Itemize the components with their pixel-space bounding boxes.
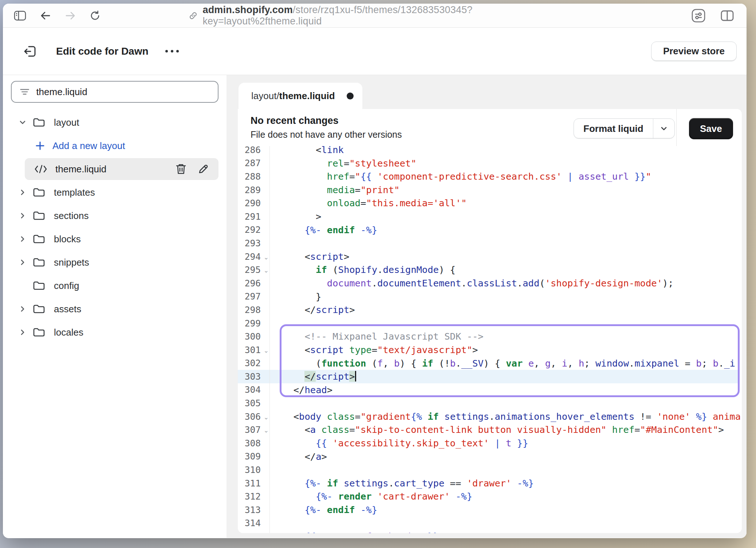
- line-number: 299: [238, 318, 269, 329]
- fold-chevron-icon[interactable]: ⌄: [264, 427, 269, 434]
- format-liquid-chevron-button[interactable]: [653, 119, 674, 138]
- sidebar-item-sections[interactable]: sections: [3, 204, 227, 227]
- line-number: 306⌄: [238, 411, 269, 422]
- sidebar-item-assets[interactable]: assets: [3, 297, 227, 321]
- sidebar-toggle-icon[interactable]: [14, 10, 26, 21]
- browser-window: admin.shopify.com/store/rzq1xu-f5/themes…: [3, 4, 747, 538]
- header-divider: [676, 109, 677, 146]
- sidebar-item-theme-liquid[interactable]: theme.liquid: [25, 158, 218, 180]
- fold-chevron-icon[interactable]: ⌄: [264, 267, 269, 274]
- save-button[interactable]: Save: [689, 118, 733, 139]
- code-line[interactable]: 307⌄ <a class="skip-to-content-link butt…: [238, 423, 742, 437]
- line-number: 304: [238, 384, 269, 395]
- chevron-right-icon: [18, 305, 27, 313]
- sidebar-item-snippets[interactable]: snippets: [3, 251, 227, 274]
- fold-chevron-icon[interactable]: ⌄: [264, 347, 269, 355]
- tune-icon[interactable]: [691, 8, 706, 23]
- line-number: 288: [238, 171, 269, 182]
- sidebar-item-blocks[interactable]: blocks: [3, 227, 227, 251]
- pencil-icon[interactable]: [197, 163, 209, 175]
- file-search-input[interactable]: [36, 86, 210, 98]
- code-line[interactable]: 303 </script>: [238, 370, 742, 383]
- code-line[interactable]: 287 rel="stylesheet": [238, 157, 742, 170]
- code-line[interactable]: 311 {%- if settings.cart_type == 'drawer…: [238, 477, 742, 490]
- chevron-right-icon: [18, 328, 27, 336]
- add-new-layout-button[interactable]: Add a new layout: [3, 134, 227, 157]
- code-line[interactable]: 306⌄ <body class="gradient{% if settings…: [238, 410, 742, 423]
- sidebar-item-layout[interactable]: layout: [3, 111, 227, 134]
- code-line[interactable]: 293: [238, 236, 742, 250]
- browser-toolbar: admin.shopify.com/store/rzq1xu-f5/themes…: [3, 4, 747, 28]
- page-title: Edit code for Dawn: [56, 46, 149, 57]
- line-number: 296: [238, 278, 269, 289]
- format-liquid-button[interactable]: Format liquid: [574, 118, 675, 139]
- code-line[interactable]: 296 document.documentElement.classList.a…: [238, 277, 742, 290]
- code-editor[interactable]: 286 <link287 rel="stylesheet"288 href="{…: [238, 146, 742, 533]
- folder-icon: [33, 327, 45, 338]
- code-line[interactable]: 299: [238, 317, 742, 330]
- file-sidebar: layout Add a new layout theme.liquid: [3, 75, 227, 538]
- line-number: 305: [238, 398, 269, 408]
- trash-icon[interactable]: [176, 163, 186, 175]
- code-line[interactable]: 302 (function (f, b) { if (!b.__SV) { va…: [238, 357, 742, 370]
- fold-chevron-icon[interactable]: ⌄: [264, 414, 269, 421]
- code-line[interactable]: 310: [238, 463, 742, 477]
- code-line[interactable]: 297 }: [238, 290, 742, 304]
- code-line[interactable]: 294⌄ <script>: [238, 250, 742, 263]
- code-line[interactable]: 312 {%- render 'cart-drawer' -%}: [238, 490, 742, 503]
- line-number: 292: [238, 224, 269, 235]
- code-line[interactable]: 289 media="print": [238, 183, 742, 197]
- line-number: 308: [238, 438, 269, 449]
- code-line[interactable]: 305: [238, 396, 742, 410]
- code-line[interactable]: 286 <link: [238, 146, 742, 157]
- line-number: 307⌄: [238, 424, 269, 435]
- tab-theme-liquid[interactable]: layout/theme.liquid: [239, 83, 362, 109]
- code-line[interactable]: 313 {%- endif -%}: [238, 503, 742, 517]
- plus-icon: [35, 141, 45, 151]
- chevron-right-icon: [18, 188, 27, 196]
- file-search-box[interactable]: [11, 81, 218, 103]
- code-line[interactable]: 295⌄ if (Shopify.designMode) {: [238, 263, 742, 277]
- sidebar-item-locales[interactable]: locales: [3, 321, 227, 344]
- fold-chevron-icon[interactable]: ⌄: [264, 254, 269, 261]
- code-line[interactable]: 291 >: [238, 210, 742, 223]
- sidebar-item-config[interactable]: config: [3, 274, 227, 297]
- exit-editor-button[interactable]: [23, 44, 37, 59]
- code-line[interactable]: 301⌄ <script type="text/javascript">: [238, 343, 742, 357]
- line-number: 295⌄: [238, 265, 269, 275]
- folder-icon: [33, 187, 45, 198]
- forward-icon[interactable]: [65, 11, 76, 20]
- filter-icon: [20, 87, 29, 96]
- line-number: 311: [238, 478, 269, 489]
- sidebar-item-templates[interactable]: templates: [3, 181, 227, 204]
- line-number: 312: [238, 491, 269, 502]
- preview-store-button[interactable]: Preview store: [651, 42, 737, 61]
- code-line[interactable]: 304 </head>: [238, 383, 742, 397]
- line-number: 293: [238, 238, 269, 248]
- editor-area: layout/theme.liquid No recent changes Fi…: [227, 75, 747, 538]
- line-number: 315: [238, 531, 269, 533]
- split-view-icon[interactable]: [720, 10, 734, 21]
- line-number: 297: [238, 291, 269, 302]
- app-header: Edit code for Dawn Preview store: [3, 28, 747, 75]
- code-line[interactable]: 314: [238, 517, 742, 530]
- overflow-menu-button[interactable]: [165, 50, 179, 52]
- code-line[interactable]: 315 {{ content_for_header }}: [238, 530, 742, 533]
- code-line[interactable]: 288 href="{{ 'component-predictive-searc…: [238, 170, 742, 183]
- url-field[interactable]: admin.shopify.com/store/rzq1xu-f5/themes…: [189, 4, 561, 27]
- back-icon[interactable]: [40, 11, 51, 20]
- code-line[interactable]: 298 </script>: [238, 303, 742, 317]
- chevron-down-icon: [18, 118, 27, 126]
- code-line[interactable]: 292 {%- endif -%}: [238, 223, 742, 237]
- code-line[interactable]: 290 onload="this.media='all'": [238, 196, 742, 210]
- line-number: 300: [238, 331, 269, 342]
- reload-icon[interactable]: [90, 10, 101, 21]
- chevron-right-icon: [18, 235, 27, 243]
- code-line[interactable]: 308 {{ 'accessibility.skip_to_text' | t …: [238, 437, 742, 450]
- folder-icon: [33, 210, 45, 221]
- link-icon: [189, 11, 198, 20]
- folder-icon: [33, 280, 45, 291]
- code-line[interactable]: 300 <!-- Mixpanel Javascript SDK -->: [238, 330, 742, 343]
- folder-icon: [33, 304, 45, 314]
- code-line[interactable]: 309 </a>: [238, 450, 742, 463]
